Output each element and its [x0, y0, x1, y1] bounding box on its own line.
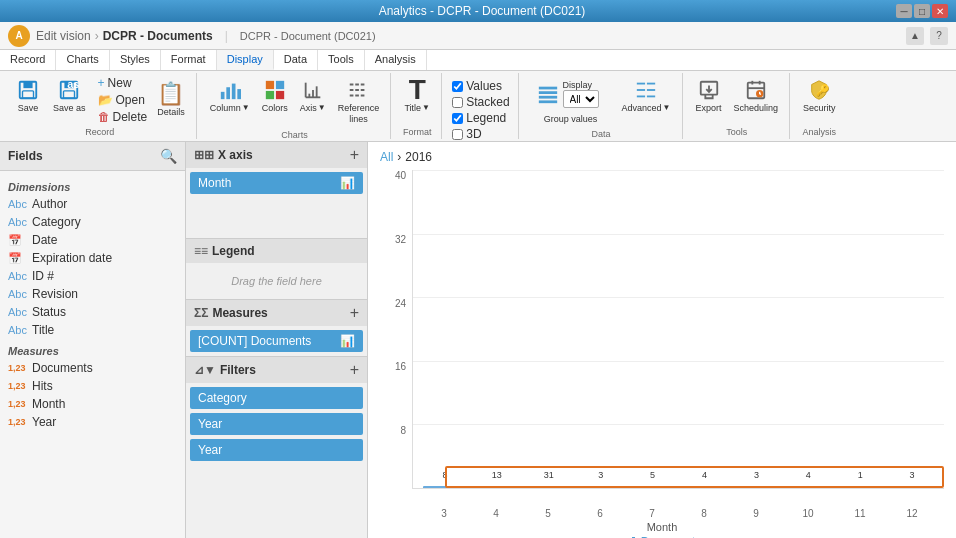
- ribbon-charts-items: Column ▼ Colors Axis ▼: [205, 75, 384, 128]
- app-logo: A: [8, 25, 30, 47]
- bar-group-4: 13: [475, 486, 519, 488]
- sigma-icon: Σ: [194, 306, 208, 320]
- scheduling-button[interactable]: Scheduling: [729, 75, 784, 117]
- breadcrumb-sub: DCPR - Document (DC021): [240, 30, 376, 42]
- legend-checkbox-item[interactable]: Legend: [452, 111, 509, 125]
- column-button[interactable]: Column ▼: [205, 75, 255, 117]
- bar-10[interactable]: 4: [786, 486, 830, 488]
- bar-11[interactable]: 1: [838, 486, 882, 488]
- x-label-6: 6: [578, 508, 622, 519]
- field-category[interactable]: Abc Category: [0, 213, 185, 231]
- bar-8[interactable]: 4: [683, 486, 727, 488]
- save-icon: [16, 78, 40, 102]
- title-button[interactable]: T Title ▼: [399, 75, 435, 117]
- field-hits[interactable]: 1,23 Hits: [0, 377, 185, 395]
- breadcrumb-edit-vision[interactable]: Edit vision: [36, 29, 91, 43]
- save-button[interactable]: Save: [10, 75, 46, 117]
- tab-format[interactable]: Format: [161, 50, 217, 70]
- field-category-label: Category: [32, 215, 81, 229]
- field-documents[interactable]: 1,23 Documents: [0, 359, 185, 377]
- search-icon[interactable]: 🔍: [160, 148, 177, 164]
- legend-label: Legend: [212, 244, 255, 258]
- tab-styles[interactable]: Styles: [110, 50, 161, 70]
- delete-button[interactable]: 🗑 Delete: [95, 109, 151, 125]
- security-button[interactable]: 🔑 Security: [798, 75, 841, 117]
- x-axis-month-item[interactable]: Month 📊: [190, 172, 363, 194]
- tab-data[interactable]: Data: [274, 50, 318, 70]
- breadcrumb-current[interactable]: DCPR - Documents: [103, 29, 213, 43]
- filter-year-1[interactable]: Year: [190, 413, 363, 435]
- export-button[interactable]: Export: [691, 75, 727, 117]
- 3d-checkbox[interactable]: [452, 129, 463, 140]
- 3d-checkbox-item[interactable]: 3D: [452, 127, 509, 141]
- field-year-label: Year: [32, 415, 56, 429]
- stacked-checkbox[interactable]: [452, 97, 463, 108]
- tab-record[interactable]: Record: [0, 50, 56, 70]
- measures-add-button[interactable]: +: [350, 305, 359, 321]
- filters-add-button[interactable]: +: [350, 362, 359, 378]
- scheduling-icon: [744, 78, 768, 102]
- bar-4[interactable]: 13: [475, 486, 519, 488]
- tab-charts[interactable]: Charts: [56, 50, 109, 70]
- measures-section: Σ Measures + [COUNT] Documents 📊: [186, 300, 367, 357]
- bar-group-8: 4: [683, 486, 727, 488]
- title-icon: T: [405, 78, 429, 102]
- field-revision[interactable]: Abc Revision: [0, 285, 185, 303]
- fields-panel: Fields 🔍 Dimensions Abc Author Abc Categ…: [0, 142, 186, 538]
- nav-help-icon[interactable]: ?: [930, 27, 948, 45]
- svg-rect-13: [266, 91, 274, 99]
- security-icon: 🔑: [807, 78, 831, 102]
- minimize-button[interactable]: ─: [896, 4, 912, 18]
- field-year[interactable]: 1,23 Year: [0, 413, 185, 431]
- bar-6[interactable]: 3: [579, 486, 623, 488]
- display-select[interactable]: All: [563, 90, 599, 108]
- new-button[interactable]: + New: [95, 75, 151, 91]
- svg-rect-7: [221, 92, 225, 99]
- details-icon: 📋: [159, 82, 183, 106]
- field-id[interactable]: Abc ID #: [0, 267, 185, 285]
- bar-group-5: 31: [527, 486, 571, 488]
- field-title[interactable]: Abc Title: [0, 321, 185, 339]
- close-button[interactable]: ✕: [932, 4, 948, 18]
- bar-5[interactable]: 31: [527, 486, 571, 488]
- save-as-button[interactable]: as Save as: [48, 75, 91, 117]
- bar-9[interactable]: 3: [734, 486, 778, 488]
- measure-count-documents[interactable]: [COUNT] Documents 📊: [190, 330, 363, 352]
- axis-button[interactable]: Axis ▼: [295, 75, 331, 117]
- stacked-checkbox-item[interactable]: Stacked: [452, 95, 509, 109]
- advanced-button[interactable]: Advanced ▼: [617, 75, 676, 117]
- values-checkbox-item[interactable]: Values: [452, 79, 509, 93]
- field-expiration-date[interactable]: 📅 Expiration date: [0, 249, 185, 267]
- bar-value-10: 4: [806, 470, 811, 480]
- x-axis-add-button[interactable]: +: [350, 147, 359, 163]
- colors-button[interactable]: Colors: [257, 75, 293, 117]
- chart-breadcrumb: All › 2016: [380, 150, 944, 164]
- reference-lines-button[interactable]: Referencelines: [333, 75, 385, 128]
- filter-icon: ▼: [194, 363, 216, 377]
- nav-up-icon[interactable]: ▲: [906, 27, 924, 45]
- field-date[interactable]: 📅 Date: [0, 231, 185, 249]
- tab-display[interactable]: Display: [217, 50, 274, 70]
- filter-year-2[interactable]: Year: [190, 439, 363, 461]
- values-checkbox[interactable]: [452, 81, 463, 92]
- legend-header-left: ≡ Legend: [194, 244, 255, 258]
- field-status[interactable]: Abc Status: [0, 303, 185, 321]
- tab-analysis[interactable]: Analysis: [365, 50, 427, 70]
- svg-rect-1: [23, 82, 32, 88]
- details-button[interactable]: 📋 Details: [152, 79, 190, 121]
- breadcrumb-all-link[interactable]: All: [380, 150, 393, 164]
- stacked-label: Stacked: [466, 95, 509, 109]
- abc-icon: Abc: [8, 288, 28, 300]
- tab-tools[interactable]: Tools: [318, 50, 365, 70]
- group-values-button[interactable]: Display All: [531, 77, 611, 111]
- legend-checkbox[interactable]: [452, 113, 463, 124]
- bar-3[interactable]: 8: [423, 486, 467, 488]
- field-author[interactable]: Abc Author: [0, 195, 185, 213]
- maximize-button[interactable]: □: [914, 4, 930, 18]
- abc-icon: Abc: [8, 324, 28, 336]
- field-month[interactable]: 1,23 Month: [0, 395, 185, 413]
- filter-category[interactable]: Category: [190, 387, 363, 409]
- open-button[interactable]: 📂 Open: [95, 92, 151, 108]
- bar-7[interactable]: 5: [631, 486, 675, 488]
- bar-12[interactable]: 3: [890, 486, 934, 488]
